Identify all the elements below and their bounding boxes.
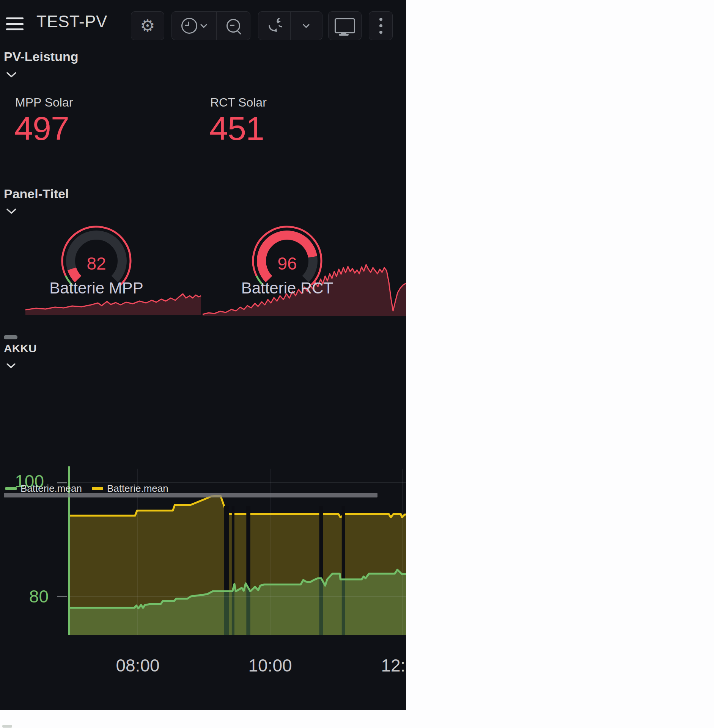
- stat-label-mpp: MPP Solar: [15, 96, 73, 110]
- chevron-down-icon[interactable]: [6, 208, 17, 215]
- chevron-down-icon: [200, 24, 207, 28]
- dashboard-title: TEST-PV: [36, 12, 107, 31]
- stat-value-mpp: 497: [14, 109, 69, 148]
- time-range-group: [171, 11, 250, 40]
- dashboard: TEST-PV ⚙: [0, 0, 406, 710]
- screen: TEST-PV ⚙: [0, 0, 714, 728]
- gear-icon: ⚙: [140, 17, 155, 34]
- legend-swatch-yellow: [92, 487, 103, 490]
- menu-icon[interactable]: [6, 17, 24, 30]
- gauge-label-mpp: Batterie MPP: [17, 279, 176, 297]
- clock-icon: [181, 18, 197, 34]
- tv-mode-button[interactable]: [328, 11, 362, 40]
- bottom-edge-artifact: [2, 725, 12, 728]
- time-range-button[interactable]: [172, 12, 216, 40]
- legend-item-green[interactable]: Batterie.mean: [20, 483, 82, 494]
- refresh-group: [258, 11, 322, 40]
- zoom-out-button[interactable]: [216, 12, 250, 40]
- x-axis-tick-1000: 10:00: [240, 655, 300, 676]
- chart-legend: Batterie.mean Batterie.mean: [5, 482, 178, 494]
- row-title-pv-leistung[interactable]: PV-Leistung: [4, 49, 78, 64]
- row-title-akku[interactable]: AKKU: [4, 342, 37, 355]
- row-drag-handle[interactable]: [4, 335, 17, 339]
- legend-item-yellow[interactable]: Batterie.mean: [107, 483, 168, 494]
- chevron-down-icon[interactable]: [6, 362, 16, 369]
- gauge-value-mpp: 82: [58, 253, 134, 274]
- legend-swatch-green: [5, 487, 17, 490]
- chevron-down-icon: [303, 24, 310, 28]
- refresh-interval-dropdown[interactable]: [290, 12, 322, 40]
- stat-value-rct: 451: [209, 109, 264, 148]
- x-axis-tick-0800: 08:00: [107, 655, 168, 676]
- more-options-button[interactable]: [369, 11, 393, 40]
- row-title-panel-titel[interactable]: Panel-Titel: [4, 187, 69, 201]
- kebab-icon: [379, 18, 382, 34]
- refresh-button[interactable]: [258, 12, 290, 40]
- settings-button[interactable]: ⚙: [131, 11, 164, 40]
- gauge-label-rct: Batterie RCT: [208, 279, 367, 297]
- x-axis-tick-1200: 12:00: [373, 655, 406, 676]
- stat-label-rct: RCT Solar: [210, 96, 267, 110]
- monitor-icon: [335, 18, 355, 33]
- zoom-out-icon: [226, 19, 240, 33]
- refresh-icon: [267, 18, 282, 33]
- y-axis-tick-80: 80: [2, 586, 49, 607]
- gauge-value-rct: 96: [249, 253, 325, 274]
- chevron-down-icon[interactable]: [6, 71, 17, 78]
